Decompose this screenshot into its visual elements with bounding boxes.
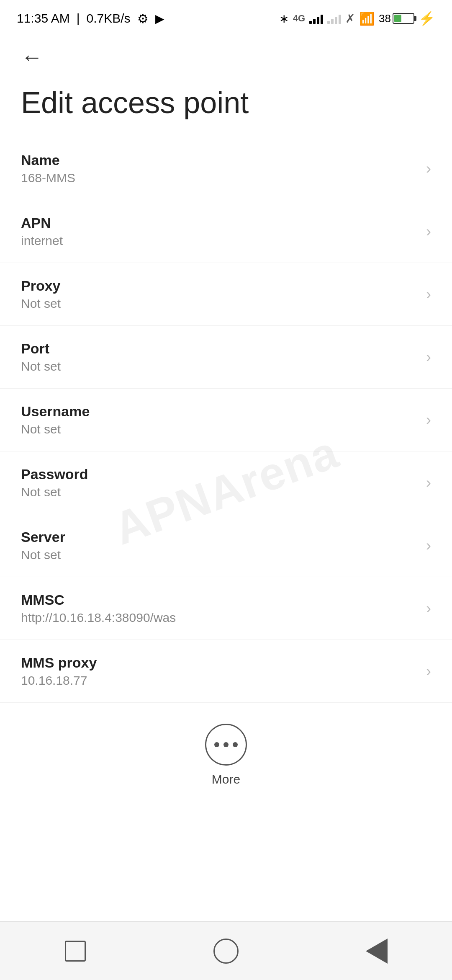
more-dots-icon [214,742,238,747]
settings-item-username[interactable]: Username Not set › [0,389,452,451]
settings-item-name[interactable]: Name 168-MMS › [0,137,452,200]
settings-value-port: Not set [21,359,61,374]
page-title: Edit access point [0,76,452,137]
signal-4g-icon: 4G [293,13,305,24]
settings-item-port[interactable]: Port Not set › [0,326,452,389]
settings-label-name: Name [21,152,75,168]
speed-value: 0.7KB/s [87,11,131,26]
battery-box [393,13,414,24]
video-icon: ▶ [155,12,164,26]
battery-indicator: 38 [379,12,414,25]
settings-value-username: Not set [21,422,90,436]
settings-value-mmsc: http://10.16.18.4:38090/was [21,611,176,625]
home-icon [213,939,239,964]
settings-item-server[interactable]: Server Not set › [0,514,452,577]
back-button[interactable]: ← [21,45,43,69]
settings-item-mmsc[interactable]: MMSC http://10.16.18.4:38090/was › [0,577,452,640]
settings-item-mms-proxy-content: MMS proxy 10.16.18.77 [21,655,97,688]
settings-item-proxy-content: Proxy Not set [21,278,61,311]
more-button-container: More [0,703,452,803]
chevron-right-port: › [426,348,431,366]
settings-icon: ⚙ [137,11,149,26]
no-signal-icon: ✗ [345,12,355,26]
chevron-right-username: › [426,411,431,429]
time-display: 11:35 AM [17,11,70,26]
settings-item-password-content: Password Not set [21,466,88,499]
bluetooth-icon: ∗ [279,12,289,26]
more-label: More [212,772,240,787]
settings-item-apn-content: APN internet [21,215,63,248]
status-icons: ∗ 4G ✗ 📶 38 ⚡ [279,10,435,26]
charging-icon: ⚡ [419,10,435,26]
status-bar: 11:35 AM | 0.7KB/s ⚙ ▶ ∗ 4G ✗ 📶 38 ⚡ [0,0,452,34]
nav-home-button[interactable] [205,934,247,968]
wifi-icon: 📶 [359,11,375,26]
settings-label-server: Server [21,529,65,545]
settings-value-server: Not set [21,548,65,562]
recents-icon [65,941,86,962]
speed-display: | [77,11,80,26]
settings-value-password: Not set [21,485,88,499]
chevron-right-proxy: › [426,286,431,303]
signal-bars-1 [309,13,323,24]
nav-recents-button[interactable] [54,934,96,968]
settings-value-mms-proxy: 10.16.18.77 [21,673,97,688]
battery-fill [394,15,401,22]
chevron-right-name: › [426,160,431,178]
chevron-right-server: › [426,537,431,554]
settings-value-apn: internet [21,234,63,248]
chevron-right-mms-proxy: › [426,663,431,680]
settings-item-username-content: Username Not set [21,403,90,436]
settings-item-mmsc-content: MMSC http://10.16.18.4:38090/was [21,592,176,625]
nav-back-button[interactable] [356,934,398,968]
settings-label-port: Port [21,340,61,357]
chevron-right-apn: › [426,223,431,240]
settings-item-name-content: Name 168-MMS [21,152,75,185]
settings-label-proxy: Proxy [21,278,61,294]
settings-item-apn[interactable]: APN internet › [0,200,452,263]
settings-value-name: 168-MMS [21,171,75,185]
bottom-nav [0,921,452,980]
settings-list: Name 168-MMS › APN internet › Proxy Not … [0,137,452,703]
nav-bar: ← [0,34,452,76]
status-left: 11:35 AM | 0.7KB/s ⚙ ▶ [17,11,164,26]
settings-item-port-content: Port Not set [21,340,61,374]
back-icon [366,939,388,964]
settings-label-mms-proxy: MMS proxy [21,655,97,671]
settings-label-apn: APN [21,215,63,231]
chevron-right-password: › [426,474,431,492]
settings-item-proxy[interactable]: Proxy Not set › [0,263,452,326]
settings-item-server-content: Server Not set [21,529,65,562]
chevron-right-mmsc: › [426,600,431,617]
settings-value-proxy: Not set [21,297,61,311]
more-button[interactable] [205,724,247,766]
settings-label-password: Password [21,466,88,482]
settings-item-mms-proxy[interactable]: MMS proxy 10.16.18.77 › [0,640,452,703]
signal-bars-2 [327,13,341,24]
settings-label-mmsc: MMSC [21,592,176,608]
settings-label-username: Username [21,403,90,420]
settings-item-password[interactable]: Password Not set › [0,451,452,514]
